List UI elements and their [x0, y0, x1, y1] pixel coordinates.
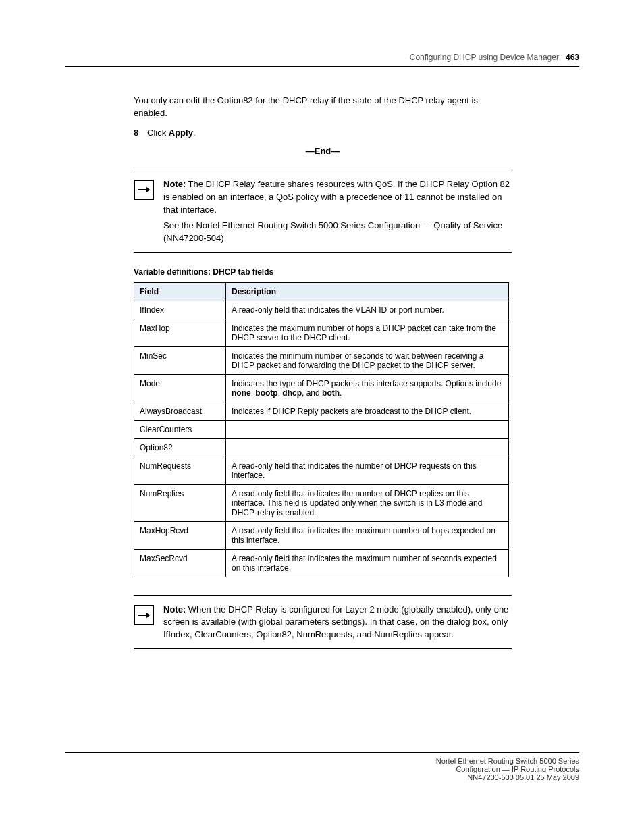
svg-marker-3 [146, 612, 150, 619]
svg-marker-1 [146, 186, 150, 193]
page-number: 463 [566, 53, 579, 62]
table-row: MinSecIndicates the minimum number of se… [134, 346, 509, 374]
section-separator-bottom [134, 252, 512, 253]
intro-paragraph: You only can edit the Option82 for the D… [134, 95, 512, 120]
note-2-text: Note: When the DHCP Relay is configured … [163, 604, 512, 642]
table-row: AlwaysBroadcastIndicates if DHCP Reply p… [134, 402, 509, 420]
footer-text: Nortel Ethernet Routing Switch 5000 Seri… [65, 757, 579, 781]
table-row: NumRepliesA read-only field that indicat… [134, 484, 509, 521]
section-separator-2-top [134, 595, 512, 596]
section-separator-2-bottom [134, 648, 512, 649]
table-row: MaxSecRcvdA read-only field that indicat… [134, 549, 509, 577]
page-body: You only can edit the Option82 for the D… [134, 95, 512, 649]
table-row: MaxHopRcvdA read-only field that indicat… [134, 521, 509, 549]
header-rule [65, 66, 579, 67]
table-row: NumRequestsA read-only field that indica… [134, 457, 509, 484]
table-row: IfIndexA read-only field that indicates … [134, 301, 509, 319]
note-1-text: Note: The DHCP Relay feature shares reso… [163, 178, 512, 244]
table-row: Option82 [134, 438, 509, 457]
note-block-2: Note: When the DHCP Relay is configured … [134, 604, 512, 642]
table-row: Mode Indicates the type of DHCP packets … [134, 374, 509, 402]
header-section-label: Configuring DHCP using Device Manager [410, 53, 559, 62]
end-marker: —End— [134, 145, 512, 158]
table-row: MaxHopIndicates the maximum number of ho… [134, 319, 509, 346]
mode-cell: Indicates the type of DHCP packets this … [226, 374, 509, 402]
step-8: 8 Click Apply. [134, 127, 512, 140]
footer-rule [65, 752, 579, 753]
col-description: Description [226, 282, 509, 301]
table-header-row: Field Description [134, 282, 509, 301]
fields-table: Field Description IfIndexA read-only fie… [134, 282, 509, 577]
section-separator-top [134, 170, 512, 170]
table-caption: Variable definitions: DHCP tab fields [134, 267, 512, 277]
step-text: Click Apply. [147, 127, 512, 140]
page-header: Configuring DHCP using Device Manager 46… [410, 53, 579, 62]
col-field: Field [134, 282, 226, 301]
step-number: 8 [134, 127, 147, 140]
arrow-right-icon [134, 605, 154, 625]
page-footer: Nortel Ethernet Routing Switch 5000 Seri… [65, 752, 579, 781]
note-block-1: Note: The DHCP Relay feature shares reso… [134, 178, 512, 244]
table-row: ClearCounters [134, 420, 509, 438]
arrow-right-icon [134, 180, 154, 200]
